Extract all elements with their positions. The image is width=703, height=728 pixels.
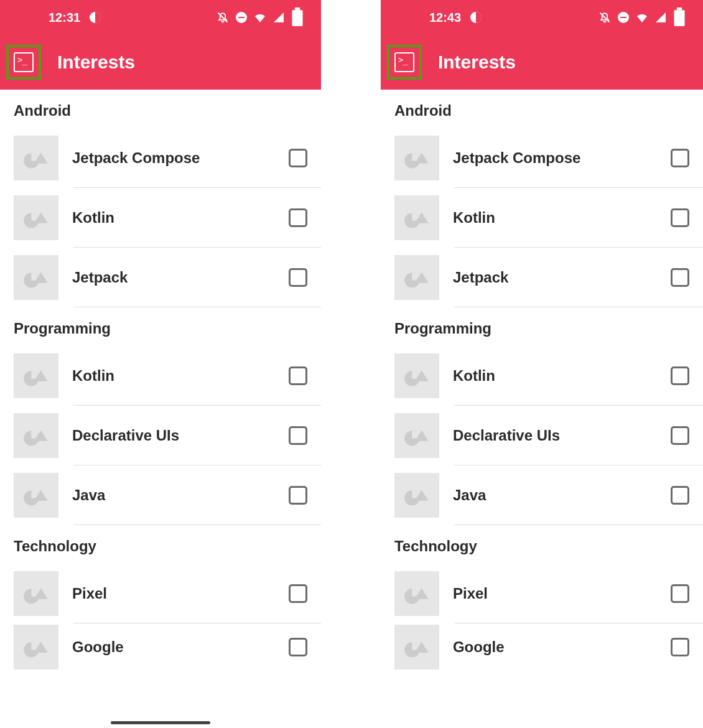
placeholder-image-icon <box>14 625 58 670</box>
placeholder-image-icon <box>394 195 439 240</box>
list-item[interactable]: Kotlin <box>381 188 703 248</box>
nav-drawer-button[interactable] <box>387 45 422 80</box>
checkbox[interactable] <box>289 638 307 656</box>
checkbox[interactable] <box>289 426 307 445</box>
section-header-programming: Programming <box>381 307 703 346</box>
app-indicator-icon <box>89 11 101 24</box>
divider <box>73 307 321 307</box>
terminal-icon <box>394 52 414 72</box>
list-item[interactable]: Declarative UIs <box>0 406 321 465</box>
list-item[interactable]: Kotlin <box>381 346 703 406</box>
divider <box>73 525 321 525</box>
item-label: Kotlin <box>439 367 671 385</box>
checkbox[interactable] <box>671 638 689 656</box>
checkbox[interactable] <box>671 584 689 603</box>
list-item[interactable]: Kotlin <box>0 188 321 248</box>
wifi-icon <box>636 11 648 24</box>
svg-line-15 <box>600 13 610 22</box>
status-time: 12:43 <box>429 11 461 25</box>
item-label: Kotlin <box>58 209 289 226</box>
checkbox[interactable] <box>671 486 689 505</box>
placeholder-image-icon <box>14 136 58 180</box>
svg-rect-18 <box>674 11 684 27</box>
minus-circle-icon <box>617 11 630 24</box>
nav-drawer-button[interactable] <box>6 45 41 80</box>
app-indicator-icon <box>470 11 482 24</box>
section-header-android: Android <box>381 90 703 128</box>
list-item[interactable]: Pixel <box>0 564 321 623</box>
item-label: Declarative UIs <box>439 427 671 444</box>
section-header-technology: Technology <box>0 525 321 564</box>
item-label: Pixel <box>58 585 289 602</box>
item-label: Java <box>439 487 671 504</box>
section-header-android: Android <box>0 90 321 128</box>
app-bar: Interests <box>0 35 321 90</box>
svg-rect-19 <box>677 7 682 10</box>
content-area: Android Jetpack Compose Kotlin Jetpack P… <box>381 90 703 728</box>
list-item[interactable]: Jetpack Compose <box>381 128 703 188</box>
placeholder-image-icon <box>14 353 58 398</box>
svg-rect-17 <box>620 17 626 18</box>
page-title: Interests <box>57 52 135 73</box>
item-label: Declarative UIs <box>58 427 289 444</box>
status-time: 12:31 <box>49 11 80 25</box>
svg-line-1 <box>218 13 228 22</box>
list-item[interactable]: Java <box>0 465 321 525</box>
minus-circle-icon <box>235 11 248 24</box>
placeholder-image-icon <box>14 571 58 616</box>
content-area: Android Jetpack Compose Kotlin Jetpack P… <box>0 90 321 728</box>
list-item[interactable]: Declarative UIs <box>381 406 703 465</box>
list-item[interactable]: Kotlin <box>0 346 321 406</box>
app-bar: Interests <box>381 35 703 90</box>
checkbox[interactable] <box>671 208 689 227</box>
svg-rect-4 <box>292 11 302 27</box>
placeholder-image-icon <box>394 625 439 670</box>
dnd-icon <box>598 11 611 24</box>
list-item[interactable]: Google <box>0 623 321 671</box>
signal-icon <box>654 11 667 24</box>
item-label: Jetpack <box>58 269 289 286</box>
divider <box>454 307 703 307</box>
svg-rect-5 <box>295 7 300 10</box>
checkbox[interactable] <box>289 366 307 385</box>
section-header-technology: Technology <box>381 525 703 564</box>
item-label: Google <box>439 638 671 656</box>
home-indicator[interactable] <box>111 721 210 724</box>
page-title: Interests <box>438 52 516 73</box>
item-label: Jetpack Compose <box>58 149 289 167</box>
checkbox[interactable] <box>289 208 307 227</box>
placeholder-image-icon <box>394 136 439 180</box>
checkbox[interactable] <box>289 584 307 603</box>
list-item[interactable]: Jetpack <box>381 248 703 307</box>
status-bar: 12:43 <box>381 0 703 35</box>
checkbox[interactable] <box>671 268 689 287</box>
terminal-icon <box>14 52 34 72</box>
list-item[interactable]: Jetpack <box>0 248 321 307</box>
item-label: Google <box>58 638 289 656</box>
checkbox[interactable] <box>289 268 307 287</box>
item-label: Java <box>58 487 289 504</box>
phone-right: 12:43 Interests <box>381 0 703 728</box>
list-item[interactable]: Java <box>381 465 703 525</box>
item-label: Pixel <box>439 585 671 602</box>
list-item[interactable]: Pixel <box>381 564 703 623</box>
status-bar: 12:31 <box>0 0 321 35</box>
item-label: Kotlin <box>58 367 289 385</box>
placeholder-image-icon <box>14 413 58 458</box>
checkbox[interactable] <box>289 149 307 167</box>
list-item[interactable]: Jetpack Compose <box>0 128 321 188</box>
checkbox[interactable] <box>671 426 689 445</box>
item-label: Jetpack Compose <box>439 149 671 167</box>
checkbox[interactable] <box>671 366 689 385</box>
placeholder-image-icon <box>14 255 58 300</box>
placeholder-image-icon <box>14 473 58 518</box>
signal-icon <box>272 11 285 24</box>
checkbox[interactable] <box>671 149 689 167</box>
battery-icon <box>673 11 686 24</box>
placeholder-image-icon <box>394 413 439 458</box>
placeholder-image-icon <box>394 353 439 398</box>
list-item[interactable]: Google <box>381 623 703 671</box>
battery-icon <box>291 11 304 24</box>
svg-rect-3 <box>238 17 244 18</box>
checkbox[interactable] <box>289 486 307 505</box>
